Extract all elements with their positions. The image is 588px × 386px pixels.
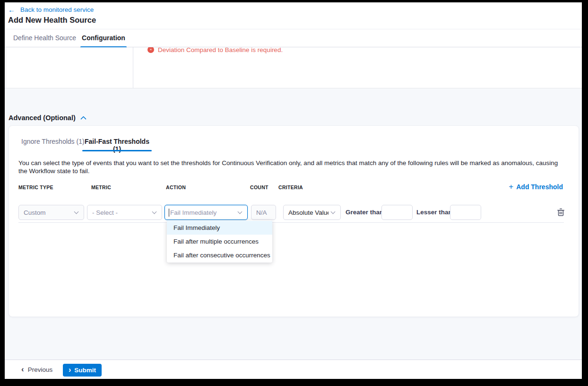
wizard-footer: ‹ Previous › Submit [5, 360, 582, 379]
criteria-select[interactable]: Absolute Value [283, 205, 341, 220]
chevron-left-icon: ‹ [21, 365, 24, 374]
count-field: N/A [251, 205, 276, 220]
error-message: Deviation Compared to Baseline is requir… [158, 47, 283, 53]
column-header-count: COUNT [250, 184, 268, 190]
column-header-metric-type: METRIC TYPE [18, 184, 53, 190]
count-value: N/A [251, 209, 276, 216]
greater-than-input[interactable] [381, 205, 413, 220]
action-dropdown-menu: Fail Immediately Fail after multiple occ… [167, 220, 272, 263]
chevron-right-icon: › [69, 366, 71, 374]
menu-item-fail-immediately[interactable]: Fail Immediately [167, 221, 272, 235]
submit-button[interactable]: › Submit [63, 364, 102, 377]
advanced-section-label: Advanced (Optional) [9, 114, 76, 122]
menu-item-fail-after-consecutive[interactable]: Fail after consecutive occurrences [167, 248, 272, 262]
error-icon: × [147, 47, 154, 53]
validation-error: × Deviation Compared to Baseline is requ… [147, 47, 283, 53]
advanced-section-toggle[interactable]: Advanced (Optional) [9, 114, 86, 122]
row-divider [18, 222, 564, 223]
thresholds-card: Ignore Thresholds (1) Fail-Fast Threshol… [9, 125, 579, 317]
chevron-down-icon [331, 210, 336, 214]
criteria-value: Absolute Value [284, 209, 329, 216]
chevron-down-icon [74, 210, 79, 214]
column-header-criteria: CRITERIA [278, 184, 303, 190]
thresholds-description: You can select the type of events that y… [18, 159, 567, 175]
configuration-panel: × Deviation Compared to Baseline is requ… [5, 47, 582, 88]
delete-row-button[interactable] [555, 207, 566, 219]
metric-type-select[interactable]: Custom [18, 205, 84, 220]
action-combobox[interactable]: Fail Immediately [164, 205, 248, 220]
app-window: ← Back to monitored service Add New Heal… [5, 2, 582, 379]
action-value: Fail Immediately [169, 209, 235, 216]
back-arrow-icon: ← [8, 6, 15, 14]
plus-icon: + [509, 182, 513, 192]
submit-label: Submit [74, 367, 96, 374]
tab-configuration-label: Configuration [82, 34, 125, 42]
tab-configuration[interactable]: Configuration [80, 29, 127, 47]
greater-than-label: Greater than [346, 205, 383, 220]
column-header-metric: METRIC [91, 184, 111, 190]
chevron-down-icon [152, 210, 157, 214]
panel-divider [133, 47, 133, 88]
chevron-down-icon [238, 210, 242, 214]
metric-select[interactable]: - Select - [87, 205, 162, 220]
metric-type-value: Custom [19, 209, 72, 216]
tab-define-health-source[interactable]: Define Health Source [13, 29, 76, 47]
add-threshold-button[interactable]: + Add Threshold [509, 182, 563, 192]
add-threshold-label: Add Threshold [516, 183, 563, 191]
lesser-than-input[interactable] [450, 205, 481, 220]
previous-button[interactable]: ‹ Previous [21, 360, 52, 379]
menu-item-fail-after-multiple[interactable]: Fail after multiple occurrences [167, 235, 272, 248]
panel-left-border [6, 48, 6, 88]
trash-icon [557, 208, 565, 217]
active-tab-underline [82, 150, 152, 151]
lesser-than-label: Lesser than [416, 205, 452, 220]
metric-value: - Select - [87, 209, 150, 216]
page-title: Add New Health Source [8, 16, 96, 25]
previous-label: Previous [28, 366, 53, 373]
chevron-up-icon [80, 116, 86, 122]
back-link[interactable]: ← Back to monitored service [8, 6, 94, 14]
main-tab-bar: Define Health Source Configuration [5, 29, 582, 47]
column-header-action: ACTION [166, 184, 186, 190]
tab-ignore-thresholds[interactable]: Ignore Thresholds (1) [21, 138, 85, 145]
back-link-label: Back to monitored service [20, 6, 94, 13]
